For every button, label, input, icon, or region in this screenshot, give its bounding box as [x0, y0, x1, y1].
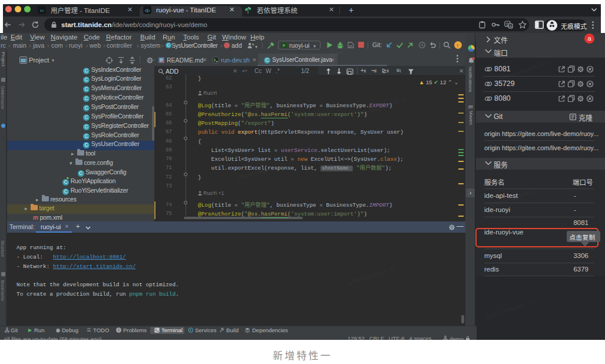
- svg-text:A: A: [509, 25, 511, 28]
- svg-text:‹›: ‹›: [40, 7, 44, 14]
- svg-text:‹t›: ‹t›: [145, 8, 150, 14]
